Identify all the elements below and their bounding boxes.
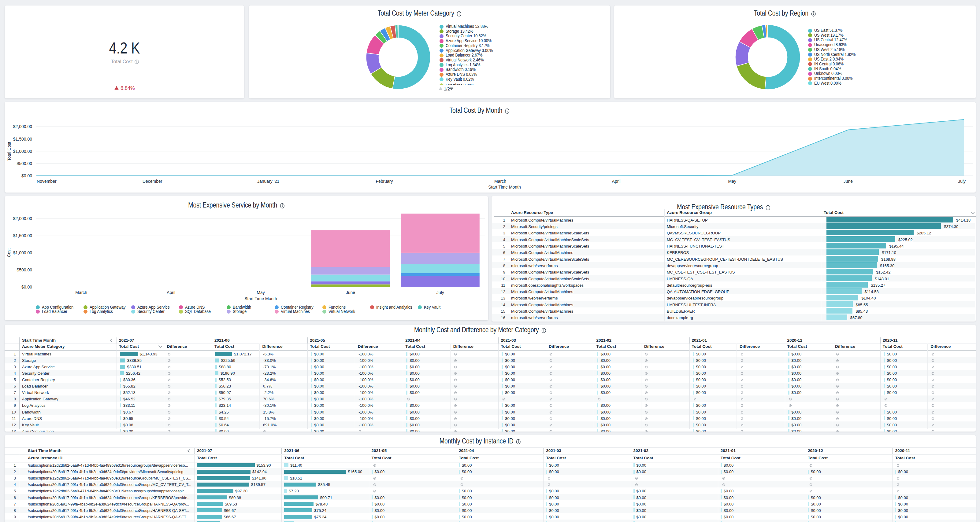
svg-text:$500.00: $500.00 (16, 267, 32, 272)
svg-text:6.84%: 6.84% (121, 86, 135, 91)
svg-text:March: March (494, 179, 506, 184)
svg-text:$0.00: $0.00 (21, 173, 32, 178)
svg-text:May: May (728, 179, 736, 184)
svg-text:$2,000.00: $2,000.00 (13, 124, 32, 129)
svg-text:November: November (37, 179, 57, 184)
svg-text:May: May (257, 290, 264, 295)
svg-text:December: December (143, 179, 162, 184)
svg-text:$2,000.00: $2,000.00 (13, 216, 32, 221)
svg-text:June: June (843, 179, 853, 184)
svg-text:July: July (958, 179, 966, 184)
svg-text:April: April (612, 179, 620, 184)
svg-text:$1,000.00: $1,000.00 (13, 149, 32, 154)
svg-text:April: April (167, 290, 175, 295)
svg-text:June: June (346, 290, 355, 295)
svg-text:$1,500.00: $1,500.00 (13, 233, 32, 238)
svg-text:July: July (436, 290, 444, 295)
svg-text:February: February (375, 179, 393, 184)
svg-text:Start Time Month: Start Time Month (244, 296, 277, 301)
svg-text:$0.00: $0.00 (21, 284, 32, 289)
svg-text:January ’21: January ’21 (257, 179, 280, 184)
svg-text:Cost: Cost (6, 249, 11, 257)
svg-text:1/2: 1/2 (444, 86, 450, 91)
svg-text:Start Time Month: Start Time Month (488, 185, 521, 189)
svg-text:$1,500.00: $1,500.00 (13, 136, 32, 141)
svg-text:$1,000.00: $1,000.00 (13, 250, 32, 255)
svg-text:March: March (75, 290, 87, 295)
svg-text:Total Cost: Total Cost (7, 142, 12, 161)
svg-text:$500.00: $500.00 (16, 161, 32, 166)
